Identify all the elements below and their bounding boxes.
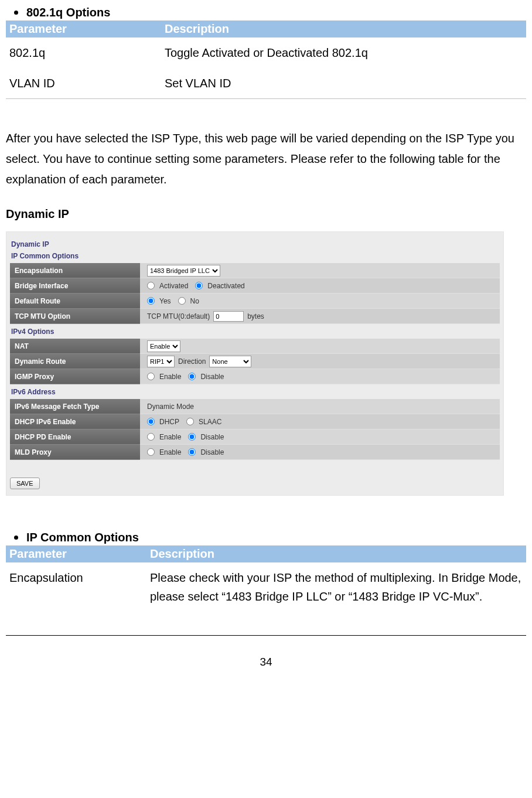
row-dhcp-ipv6: DHCP IPv6 Enable DHCP SLAAC — [10, 414, 500, 429]
opt-no: No — [190, 297, 199, 305]
cell-desc: Set VLAN ID — [161, 68, 526, 99]
label-nat: NAT — [10, 339, 140, 354]
table-8021q-options: Parameter Description 802.1q Toggle Acti… — [6, 21, 526, 99]
field-igmp-proxy: Enable Disable — [140, 369, 500, 384]
section-heading-ip-common: IP Common Options — [14, 531, 526, 544]
tcp-mtu-prefix: TCP MTU(0:default) — [147, 312, 210, 320]
cell-param: Encapsulation — [6, 562, 146, 612]
row-ipv6-fetch: IPv6 Message Fetch Type Dynamic Mode — [10, 399, 500, 414]
tcp-mtu-suffix: bytes — [247, 312, 264, 320]
opt-deactivated: Deactivated — [207, 282, 244, 290]
row-dhcp-pd: DHCP PD Enable Enable Disable — [10, 429, 500, 445]
opt-enable: Enable — [159, 448, 181, 456]
heading-text: IP Common Options — [26, 531, 139, 544]
dynamic-ip-heading: Dynamic IP — [6, 207, 526, 221]
radio-dhcp[interactable] — [147, 418, 155, 425]
field-dhcp-ipv6: DHCP SLAAC — [140, 414, 500, 429]
bullet-icon — [14, 11, 18, 15]
row-nat: NAT Enable — [10, 339, 500, 354]
col-description: Description — [146, 545, 526, 562]
opt-enable: Enable — [159, 433, 181, 441]
label-dynamic-route: Dynamic Route — [10, 354, 140, 369]
label-ipv6-fetch: IPv6 Message Fetch Type — [10, 399, 140, 414]
intro-paragraph: After you have selected the ISP Type, th… — [6, 128, 526, 190]
table-row: VLAN ID Set VLAN ID — [6, 68, 526, 99]
direction-label: Direction — [178, 357, 206, 366]
label-dhcp-ipv6: DHCP IPv6 Enable — [10, 414, 140, 429]
row-dynamic-route: Dynamic Route RIP1 Direction None — [10, 354, 500, 369]
page-footer: 34 — [6, 635, 526, 669]
row-tcp-mtu: TCP MTU Option TCP MTU(0:default) bytes — [10, 309, 500, 324]
router-ui-screenshot: Dynamic IP IP Common Options Encapsulati… — [6, 231, 504, 496]
table-ip-common-options: Parameter Description Encapsulation Plea… — [6, 545, 526, 612]
radio-pd-disable[interactable] — [188, 433, 196, 441]
col-description: Description — [161, 21, 526, 37]
col-parameter: Parameter — [6, 21, 161, 37]
table-row: Encapsulation Please check with your ISP… — [6, 562, 526, 612]
label-encapsulation: Encapsulation — [10, 263, 140, 278]
field-dynamic-route: RIP1 Direction None — [140, 354, 500, 369]
radio-no[interactable] — [178, 297, 186, 305]
row-mld-proxy: MLD Proxy Enable Disable — [10, 445, 500, 460]
cell-desc: Please check with your ISP the method of… — [146, 562, 526, 612]
ui-title-ip-common: IP Common Options — [11, 252, 500, 260]
label-mld-proxy: MLD Proxy — [10, 445, 140, 460]
save-button[interactable]: SAVE — [10, 478, 40, 489]
label-dhcp-pd: DHCP PD Enable — [10, 429, 140, 445]
row-bridge-interface: Bridge Interface Activated Deactivated — [10, 278, 500, 294]
table-header-row: Parameter Description — [6, 21, 526, 37]
cell-param: VLAN ID — [6, 68, 161, 99]
radio-activated[interactable] — [147, 282, 155, 289]
ui-title-dynamic-ip: Dynamic IP — [11, 240, 500, 248]
field-ipv6-fetch: Dynamic Mode — [140, 399, 500, 414]
table-row: 802.1q Toggle Activated or Deactivated 8… — [6, 37, 526, 68]
row-encapsulation: Encapsulation 1483 Bridged IP LLC — [10, 263, 500, 278]
ui-title-ipv6: IPv6 Address — [11, 388, 500, 396]
heading-text: 802.1q Options — [26, 6, 110, 19]
radio-deactivated[interactable] — [195, 282, 203, 289]
opt-dhcp: DHCP — [159, 418, 179, 426]
opt-activated: Activated — [159, 282, 188, 290]
select-nat[interactable]: Enable — [147, 340, 180, 352]
label-bridge-interface: Bridge Interface — [10, 278, 140, 294]
radio-slaac[interactable] — [186, 418, 194, 425]
field-tcp-mtu: TCP MTU(0:default) bytes — [140, 309, 500, 324]
select-direction[interactable]: None — [209, 356, 251, 367]
ui-title-ipv4: IPv4 Options — [11, 328, 500, 336]
radio-mld-enable[interactable] — [147, 448, 155, 456]
cell-desc: Toggle Activated or Deactivated 802.1q — [161, 37, 526, 68]
row-default-route: Default Route Yes No — [10, 294, 500, 309]
opt-disable: Disable — [200, 433, 224, 441]
select-encapsulation[interactable]: 1483 Bridged IP LLC — [147, 265, 220, 277]
opt-enable: Enable — [159, 373, 181, 381]
opt-yes: Yes — [159, 297, 171, 305]
select-rip[interactable]: RIP1 — [147, 356, 175, 367]
label-igmp-proxy: IGMP Proxy — [10, 369, 140, 384]
field-bridge-interface: Activated Deactivated — [140, 278, 500, 294]
radio-yes[interactable] — [147, 297, 155, 305]
field-nat: Enable — [140, 339, 500, 354]
field-encapsulation: 1483 Bridged IP LLC — [140, 263, 500, 278]
field-default-route: Yes No — [140, 294, 500, 309]
row-igmp-proxy: IGMP Proxy Enable Disable — [10, 369, 500, 384]
ipv6-fetch-value: Dynamic Mode — [147, 403, 194, 411]
radio-pd-enable[interactable] — [147, 433, 155, 441]
bullet-icon — [14, 536, 18, 540]
page-number: 34 — [260, 656, 272, 668]
field-mld-proxy: Enable Disable — [140, 445, 500, 460]
opt-disable: Disable — [200, 373, 224, 381]
opt-slaac: SLAAC — [199, 418, 221, 426]
col-parameter: Parameter — [6, 545, 146, 562]
section-heading-8021q: 802.1q Options — [14, 6, 526, 19]
opt-disable: Disable — [200, 448, 224, 456]
label-default-route: Default Route — [10, 294, 140, 309]
table-header-row: Parameter Description — [6, 545, 526, 562]
radio-igmp-disable[interactable] — [188, 373, 196, 380]
label-tcp-mtu: TCP MTU Option — [10, 309, 140, 324]
field-dhcp-pd: Enable Disable — [140, 429, 500, 445]
cell-param: 802.1q — [6, 37, 161, 68]
radio-igmp-enable[interactable] — [147, 373, 155, 380]
radio-mld-disable[interactable] — [188, 448, 196, 456]
input-tcp-mtu[interactable] — [213, 311, 244, 322]
